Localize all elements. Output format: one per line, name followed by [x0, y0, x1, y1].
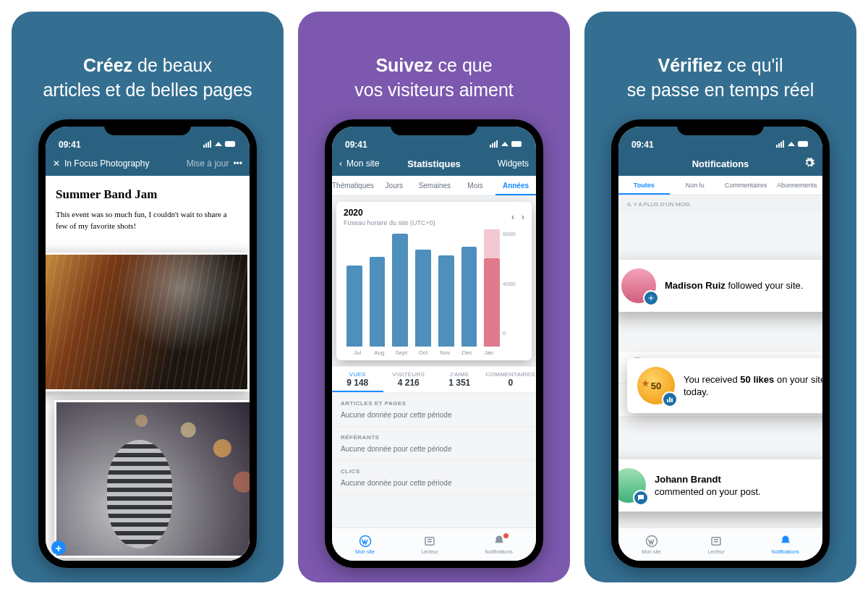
phone-mock: 09:41 ✕ In Focus Photography Mise à jour… — [38, 119, 257, 568]
promo-panel-notifications: Vérifiez ce qu'il se passe en temps réel… — [584, 12, 856, 582]
back-label[interactable]: Mon site — [346, 158, 379, 169]
post-body[interactable]: This event was so much fun, I couldn't w… — [56, 209, 239, 232]
signal-wifi-battery-icon — [203, 140, 237, 150]
stat-visiteurs[interactable]: VISITEURS4 216 — [383, 367, 435, 392]
section-articles: ARTICLES ET PAGESAucune donnée pour cett… — [332, 393, 536, 427]
svg-rect-7 — [494, 142, 495, 148]
bar-Oct[interactable] — [415, 250, 431, 347]
section-referants: RÉFÉRANTSAucune donnée pour cette périod… — [332, 427, 536, 461]
ntab-nonlu[interactable]: Non lu — [670, 176, 721, 195]
tab-notifications[interactable]: Notifications — [485, 535, 513, 554]
screen-title: Statistiques — [407, 158, 461, 169]
tagline: Créez de beaux articles et de belles pag… — [43, 29, 252, 102]
svg-rect-15 — [778, 143, 780, 148]
gear-icon[interactable] — [804, 157, 815, 171]
image-block-guitar[interactable] — [46, 253, 250, 391]
undo-icon[interactable] — [72, 545, 83, 553]
tab-annees[interactable]: Années — [495, 176, 536, 195]
stat-commentaires[interactable]: COMMENTAIRES0 — [485, 367, 537, 392]
popover-likes[interactable]: 50 You received 50 likes on your site to… — [627, 358, 822, 413]
ntab-toutes[interactable]: Toutes — [618, 176, 670, 195]
bottom-bar: Mon site Lecteur Notifications — [332, 527, 536, 561]
milestone-badge: 50 — [637, 367, 675, 404]
range-tabs: Thématiques Jours Semaines Mois Années — [332, 176, 536, 196]
avatar — [621, 268, 656, 303]
chart-card: 2020 Fuseau horaire du site (UTC+0) ‹ › … — [336, 202, 532, 360]
popover-comment[interactable]: Johann Brandtcommented on your post. — [618, 459, 822, 512]
tab-thematiques[interactable]: Thématiques — [332, 176, 374, 195]
svg-rect-9 — [511, 141, 522, 147]
signal-wifi-battery-icon — [776, 140, 809, 150]
svg-rect-3 — [210, 140, 211, 148]
svg-rect-5 — [490, 145, 491, 148]
widgets-button[interactable]: Widgets — [498, 158, 529, 169]
bar-Aug[interactable] — [370, 257, 386, 347]
svg-rect-6 — [492, 143, 493, 148]
image-block-microphone[interactable] — [54, 400, 250, 558]
tab-mon-site[interactable]: Mon site — [642, 535, 660, 554]
svg-rect-16 — [780, 142, 782, 148]
tagline: Vérifiez ce qu'il se passe en temps réel — [627, 29, 814, 102]
avatar — [618, 468, 646, 503]
tab-mois[interactable]: Mois — [455, 176, 495, 195]
more-icon[interactable]: ••• — [233, 158, 242, 169]
bar-Sept[interactable] — [392, 234, 408, 347]
stat-vues[interactable]: VUES9 148 — [332, 367, 383, 392]
notif-navbar: Notifications — [618, 151, 822, 176]
prev-period-button[interactable]: ‹ — [511, 212, 514, 222]
bar-Dec[interactable] — [461, 247, 477, 347]
svg-rect-1 — [205, 143, 207, 148]
stat-jaime[interactable]: J'AIME1 351 — [434, 367, 485, 392]
svg-rect-0 — [203, 145, 205, 148]
svg-rect-2 — [208, 142, 209, 148]
tab-lecteur[interactable]: Lecteur — [421, 535, 438, 554]
svg-rect-4 — [225, 141, 235, 147]
bar-Jul[interactable] — [346, 266, 362, 347]
publish-button[interactable]: Mise à jour — [187, 158, 229, 169]
ntab-abonnements[interactable]: Abonnements — [772, 176, 823, 195]
section-clics: CLICSAucune donnée pour cette période — [332, 461, 536, 495]
tab-lecteur[interactable]: Lecteur — [707, 535, 724, 554]
svg-rect-19 — [667, 399, 668, 402]
svg-rect-20 — [669, 397, 671, 402]
phone-mock: 09:41 ‹ Mon site Statistiques Widgets Th… — [325, 119, 543, 568]
tab-notifications[interactable]: Notifications — [772, 535, 799, 554]
back-title[interactable]: In Focus Photography — [64, 158, 149, 169]
chart-year: 2020 — [344, 208, 435, 218]
stats-navbar: ‹ Mon site Statistiques Widgets — [332, 151, 536, 176]
tagline: Suivez ce que vos visiteurs aiment — [354, 29, 514, 102]
phone-mock: 09:41 Notifications Toutes Non lu Commen… — [611, 119, 830, 568]
tab-semaines[interactable]: Semaines — [414, 176, 455, 195]
editor-navbar: ✕ In Focus Photography Mise à jour ••• — [46, 151, 250, 176]
close-icon[interactable]: ✕ — [53, 158, 60, 169]
bar-chart[interactable]: 8000 4000 0 — [344, 231, 524, 347]
svg-rect-18 — [798, 141, 808, 147]
next-period-button[interactable]: › — [522, 212, 524, 222]
post-title[interactable]: Summer Band Jam — [56, 187, 239, 202]
notif-tabs: Toutes Non lu Commentaires Abonnements — [618, 176, 822, 195]
tab-mon-site[interactable]: Mon site — [355, 535, 374, 554]
comment-icon — [633, 490, 649, 506]
chart-tz: Fuseau horaire du site (UTC+0) — [344, 219, 435, 226]
svg-rect-17 — [783, 140, 784, 148]
screen-title: Notifications — [692, 158, 749, 169]
popover-follow[interactable]: Madison Ruiz followed your site. — [618, 260, 822, 312]
tab-jours[interactable]: Jours — [374, 176, 414, 195]
stats-icon — [662, 391, 678, 407]
bar-Jan[interactable] — [484, 258, 500, 347]
chevron-left-icon[interactable]: ‹ — [339, 158, 342, 169]
signal-wifi-battery-icon — [490, 140, 523, 150]
bar-Nov[interactable] — [438, 255, 454, 347]
plus-icon — [643, 290, 659, 306]
svg-rect-8 — [496, 140, 498, 148]
stats-strip: VUES9 148 VISITEURS4 216 J'AIME1 351 COM… — [332, 366, 536, 393]
promo-panel-stats: Suivez ce que vos visiteurs aiment 09:41… — [298, 12, 570, 582]
editor-canvas[interactable]: Summer Band Jam This event was so much f… — [46, 176, 250, 561]
section-header: IL Y A PLUS D'UN MOIS — [618, 195, 822, 213]
bottom-bar: Mon site Lecteur Notifications — [618, 527, 822, 561]
ntab-commentaires[interactable]: Commentaires — [720, 176, 772, 195]
promo-panel-editor: Créez de beaux articles et de belles pag… — [12, 12, 284, 582]
svg-rect-14 — [776, 145, 778, 148]
svg-rect-21 — [671, 399, 673, 403]
